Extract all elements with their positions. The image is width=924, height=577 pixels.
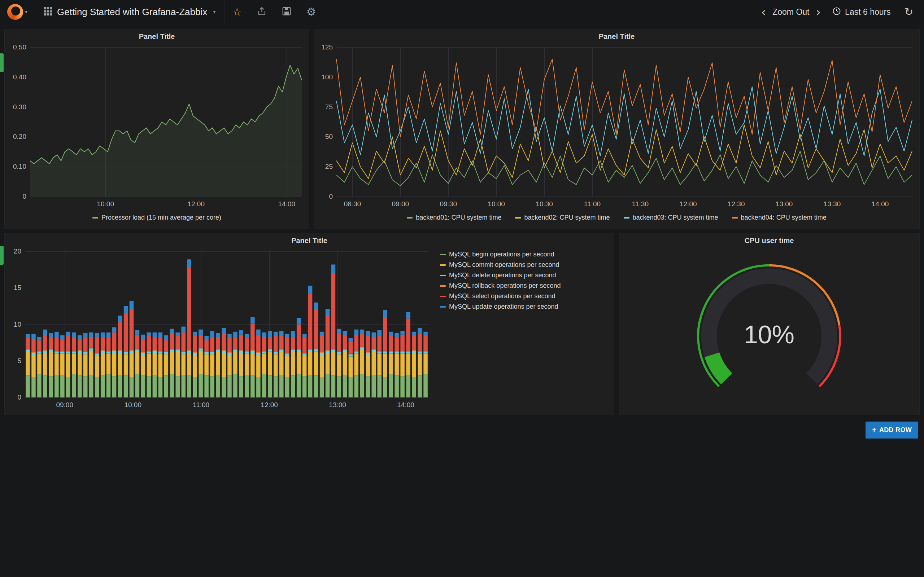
- svg-text:10:00: 10:00: [97, 200, 114, 208]
- legend-label: MySQL update operations per second: [449, 303, 558, 311]
- svg-text:5: 5: [17, 357, 21, 364]
- dashboard-title-button[interactable]: Getting Started with Grafana-Zabbix ▾: [35, 0, 225, 24]
- svg-text:0.10: 0.10: [13, 163, 26, 170]
- legend-color-swatch: [515, 217, 521, 219]
- settings-button[interactable]: ⚙: [299, 0, 324, 24]
- zoom-out-button[interactable]: Zoom Out: [770, 7, 811, 17]
- bar-chart-mysql-operations[interactable]: 0510152009:0010:0011:0012:0013:0014:00: [5, 248, 433, 415]
- panel-title[interactable]: Panel Title: [5, 233, 614, 248]
- svg-text:09:30: 09:30: [439, 200, 457, 208]
- chevron-down-icon: ▾: [213, 10, 216, 15]
- legend-color-swatch: [407, 217, 412, 219]
- add-row-button[interactable]: + ADD ROW: [866, 422, 918, 438]
- svg-text:14:00: 14:00: [872, 200, 889, 208]
- svg-text:100: 100: [321, 73, 333, 81]
- svg-text:08:30: 08:30: [344, 200, 361, 208]
- legend-item[interactable]: backend01: CPU system time: [407, 214, 501, 221]
- svg-text:50: 50: [325, 133, 333, 140]
- svg-text:75: 75: [325, 103, 333, 111]
- row-2: Panel Title 0510152009:0010:0011:0012:00…: [4, 233, 920, 415]
- legend-color-swatch: [732, 217, 738, 219]
- svg-text:13:30: 13:30: [824, 200, 841, 208]
- legend-color-swatch: [440, 264, 446, 266]
- panel-legend: MySQL begin operations per second MySQL …: [440, 251, 561, 311]
- navbar: ▾ Getting Started with Grafana-Zabbix ▾ …: [0, 0, 924, 24]
- time-range-picker[interactable]: Last 6 hours: [825, 7, 898, 17]
- legend-item[interactable]: MySQL select operations per second: [440, 292, 561, 300]
- legend-item[interactable]: backend04: CPU system time: [732, 214, 827, 221]
- svg-text:12:00: 12:00: [187, 200, 205, 208]
- clock-icon: [832, 7, 841, 17]
- svg-text:10: 10: [14, 321, 21, 328]
- legend-label: MySQL rollback operations per second: [449, 282, 561, 290]
- line-chart-processor-load[interactable]: 00.100.200.300.400.5010:0012:0014:00: [5, 44, 309, 213]
- svg-text:12:00: 12:00: [680, 200, 697, 208]
- svg-text:125: 125: [321, 44, 333, 51]
- dashboard-grid-icon: [44, 7, 52, 17]
- svg-text:15: 15: [14, 284, 21, 292]
- chevron-down-icon: ▾: [25, 10, 27, 15]
- star-icon: ☆: [233, 7, 242, 17]
- legend-color-swatch: [440, 296, 446, 297]
- svg-text:13:00: 13:00: [775, 200, 793, 208]
- legend-item[interactable]: Processor load (15 min average per core): [92, 214, 221, 221]
- legend-item[interactable]: MySQL update operations per second: [440, 303, 561, 311]
- legend-color-swatch: [92, 217, 98, 219]
- svg-text:10:00: 10:00: [124, 401, 142, 409]
- svg-text:12:00: 12:00: [261, 401, 278, 409]
- panel-cpu-system-time: Panel Title 025507510012508:3009:0009:30…: [313, 29, 920, 229]
- time-shift-right-button[interactable]: ›: [811, 6, 825, 18]
- legend-label: backend03: CPU system time: [633, 214, 718, 221]
- dashboard-grid: Panel Title 00.100.200.300.400.5010:0012…: [0, 24, 924, 438]
- share-button[interactable]: [249, 0, 274, 24]
- svg-text:0.40: 0.40: [13, 73, 26, 81]
- svg-text:0: 0: [23, 193, 26, 200]
- legend-item[interactable]: MySQL commit operations per second: [440, 261, 561, 269]
- svg-text:0: 0: [329, 193, 333, 200]
- legend-label: MySQL begin operations per second: [449, 251, 554, 258]
- time-controls: ‹ Zoom Out › Last 6 hours ↻: [757, 6, 924, 18]
- save-button[interactable]: [274, 0, 299, 24]
- legend-label: backend01: CPU system time: [416, 214, 501, 221]
- legend-label: backend04: CPU system time: [741, 214, 827, 221]
- star-button[interactable]: ☆: [225, 0, 249, 24]
- legend-item[interactable]: MySQL delete operations per second: [440, 272, 561, 279]
- panel-mysql-operations: Panel Title 0510152009:0010:0011:0012:00…: [4, 233, 614, 415]
- refresh-icon[interactable]: ↻: [898, 7, 920, 17]
- svg-text:0: 0: [17, 393, 21, 401]
- svg-text:09:00: 09:00: [56, 401, 73, 409]
- svg-text:0.20: 0.20: [13, 133, 26, 140]
- line-chart-cpu-system-time[interactable]: 025507510012508:3009:0009:3010:0010:3011…: [314, 44, 919, 213]
- add-row-label: ADD ROW: [879, 426, 912, 434]
- svg-text:11:00: 11:00: [584, 200, 601, 208]
- legend-color-swatch: [624, 217, 630, 219]
- panel-title[interactable]: Panel Title: [5, 29, 309, 44]
- panel-title[interactable]: CPU user time: [619, 233, 919, 248]
- legend-label: Processor load (15 min average per core): [102, 214, 221, 221]
- svg-text:20: 20: [14, 248, 21, 255]
- grafana-menu-button[interactable]: ▾: [0, 0, 35, 24]
- legend-item[interactable]: backend03: CPU system time: [624, 214, 718, 221]
- panel-legend: Processor load (15 min average per core): [5, 213, 309, 229]
- svg-text:10:00: 10:00: [488, 200, 505, 208]
- grafana-logo-icon: [7, 4, 23, 20]
- legend-item[interactable]: MySQL rollback operations per second: [440, 282, 561, 290]
- row-menu-handle[interactable]: [0, 246, 3, 265]
- legend-label: backend02: CPU system time: [524, 214, 610, 221]
- svg-text:10:30: 10:30: [536, 200, 553, 208]
- panel-legend: backend01: CPU system time backend02: CP…: [314, 213, 919, 229]
- svg-text:0.50: 0.50: [13, 44, 26, 51]
- time-range-label: Last 6 hours: [845, 7, 891, 17]
- legend-item[interactable]: MySQL begin operations per second: [440, 251, 561, 258]
- legend-item[interactable]: backend02: CPU system time: [515, 214, 610, 221]
- panel-processor-load: Panel Title 00.100.200.300.400.5010:0012…: [4, 29, 309, 229]
- panel-title[interactable]: Panel Title: [314, 29, 919, 44]
- legend-label: MySQL select operations per second: [449, 292, 556, 300]
- svg-text:11:00: 11:00: [193, 401, 209, 409]
- row-menu-handle[interactable]: [0, 53, 3, 72]
- svg-text:12:30: 12:30: [728, 200, 745, 208]
- time-shift-left-button[interactable]: ‹: [757, 6, 771, 18]
- share-icon: [257, 6, 267, 18]
- panel-cpu-user-time: CPU user time 10%: [619, 233, 920, 415]
- gauge-cpu-user-time[interactable]: 10%: [619, 248, 919, 415]
